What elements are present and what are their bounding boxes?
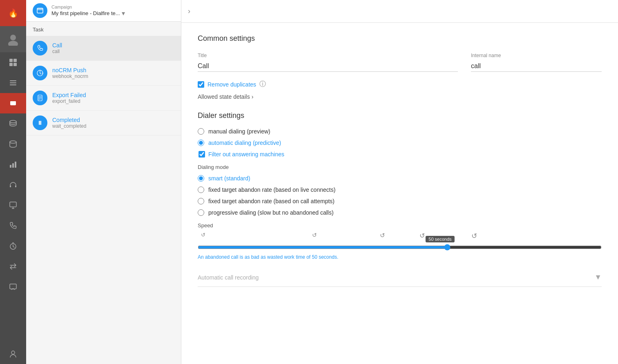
task-name-completed: Completed (52, 117, 174, 123)
dialer-settings-title: Dialer settings (198, 111, 602, 120)
nav-timer[interactable] (0, 236, 26, 256)
autocall-dropdown-icon[interactable]: ▼ (594, 273, 602, 282)
campaign-text: Campaign My first pipeline - Dialfire te… (51, 4, 174, 17)
dialing-mode-label: Dialing mode (198, 164, 602, 170)
svg-rect-4 (9, 59, 13, 62)
progressive-radio[interactable] (198, 209, 204, 216)
task-icon-call (33, 41, 47, 55)
task-icon-completed (33, 115, 47, 130)
filter-machines-label: Filter out answering machines (208, 151, 284, 158)
mode-smart[interactable]: smart (standard) (198, 175, 602, 182)
speed-icon-2: ↺ (312, 232, 317, 238)
campaign-name: My first pipeline - Dialfire te... ▾ (51, 9, 174, 17)
speed-slider[interactable] (198, 244, 602, 251)
speed-icon-1: ↺ (201, 232, 205, 238)
task-info-completed: Completed wait_completed (52, 117, 174, 129)
title-row: Title Internal name (198, 53, 602, 72)
autocall-label: Automatic call recording (198, 274, 594, 281)
svg-text:🔥: 🔥 (8, 8, 18, 18)
dialer-settings-section: Dialer settings manual dialing (preview)… (198, 111, 602, 287)
allowed-state-arrow: › (252, 93, 254, 100)
speed-icon-5: ↺ (471, 232, 477, 240)
smart-label: smart (standard) (208, 175, 250, 182)
nav-headset[interactable] (0, 175, 26, 195)
svg-rect-6 (9, 63, 13, 66)
svg-rect-20 (10, 202, 16, 207)
fixed-calls-radio[interactable] (198, 198, 204, 204)
svg-rect-10 (10, 84, 16, 85)
title-input[interactable] (198, 61, 458, 72)
mode-progressive[interactable]: progressive dialing (slow but no abandon… (198, 209, 602, 216)
svg-rect-7 (13, 63, 17, 66)
task-type-completed: wait_completed (52, 123, 174, 129)
allowed-state-link[interactable]: Allowed state details › (198, 93, 602, 100)
autocall-recording-row[interactable]: Automatic call recording ▼ (198, 268, 602, 287)
nav-metrics[interactable] (0, 195, 26, 215)
automatic-radio[interactable] (198, 140, 204, 146)
svg-rect-19 (15, 185, 16, 187)
filter-machines-row: Filter out answering machines (199, 151, 602, 158)
nav-tasks[interactable] (0, 73, 26, 93)
manual-radio[interactable] (198, 128, 204, 135)
fixed-live-radio[interactable] (198, 186, 204, 193)
nav-user-settings[interactable] (0, 344, 26, 364)
nav-phone[interactable] (0, 215, 26, 236)
svg-rect-25 (37, 8, 43, 10)
task-type-call: call (52, 49, 174, 54)
task-info-call: Call call (52, 42, 174, 54)
slider-hint: An abandoned call is as bad as wasted wo… (198, 254, 602, 260)
nav-data1[interactable] (0, 113, 26, 134)
nav-messages[interactable] (0, 277, 26, 297)
dialing-option-automatic[interactable]: automatic dialing (predictive) (198, 140, 602, 146)
svg-rect-17 (15, 162, 16, 168)
nav-dashboard[interactable] (0, 52, 26, 73)
nav-pipeline[interactable] (0, 93, 26, 113)
fixed-calls-label: fixed target abandon rate (based on call… (208, 198, 335, 204)
icon-bar: 🔥 (0, 0, 26, 364)
campaign-label: Campaign (51, 4, 174, 9)
help-icon[interactable]: ⓘ (259, 80, 266, 89)
title-group: Title (198, 53, 458, 72)
task-section-label: Task (26, 22, 181, 36)
campaign-header[interactable]: Campaign My first pipeline - Dialfire te… (26, 0, 181, 22)
speed-slider-container: 50 seconds (198, 244, 602, 252)
nav-data2[interactable] (0, 134, 26, 154)
svg-point-3 (8, 41, 18, 46)
sidebar: Campaign My first pipeline - Dialfire te… (26, 0, 181, 364)
slider-hint-value: 50 seconds (312, 254, 337, 260)
common-settings-title: Common settings (198, 34, 602, 43)
main-panel: › Common settings Title Internal name Re… (181, 0, 618, 364)
remove-duplicates-label: Remove duplicates (207, 81, 256, 88)
svg-point-23 (11, 351, 15, 354)
task-item-completed[interactable]: Completed wait_completed (26, 111, 181, 135)
user-avatar[interactable] (0, 26, 26, 52)
mode-fixed-live[interactable]: fixed target abandon rate (based on live… (198, 186, 602, 193)
svg-point-13 (10, 120, 16, 123)
slider-hint-prefix: An abandoned call is as bad as wasted wo… (198, 254, 312, 260)
speed-icon-3: ↺ (380, 232, 385, 239)
campaign-dropdown-icon[interactable]: ▾ (122, 9, 125, 17)
svg-point-2 (10, 35, 16, 40)
allowed-state-label: Allowed state details (198, 93, 250, 100)
nav-reports[interactable] (0, 154, 26, 175)
manual-label: manual dialing (preview) (208, 128, 270, 135)
mode-fixed-calls[interactable]: fixed target abandon rate (based on call… (198, 198, 602, 204)
svg-rect-5 (13, 59, 17, 62)
dialing-option-manual[interactable]: manual dialing (preview) (198, 128, 602, 135)
expand-button[interactable]: › (188, 7, 190, 16)
internal-name-input[interactable] (471, 61, 602, 72)
smart-radio[interactable] (198, 175, 204, 182)
remove-duplicates-checkbox[interactable] (198, 81, 204, 88)
task-item-export-failed[interactable]: Export Failed export_failed (26, 86, 181, 111)
svg-point-14 (10, 141, 16, 143)
task-item-nocrm[interactable]: noCRM Push webhook_nocrm (26, 61, 181, 86)
task-name-nocrm: noCRM Push (52, 67, 174, 73)
speed-label: Speed (198, 222, 602, 229)
nav-transfer[interactable] (0, 256, 26, 277)
task-list: Call call noCRM Push webhook_nocrm (26, 36, 181, 364)
task-item-call[interactable]: Call call (26, 36, 181, 61)
svg-rect-9 (10, 82, 16, 83)
filter-machines-checkbox[interactable] (199, 151, 205, 158)
svg-rect-16 (12, 163, 14, 168)
remove-duplicates-row: Remove duplicates ⓘ (198, 80, 602, 89)
